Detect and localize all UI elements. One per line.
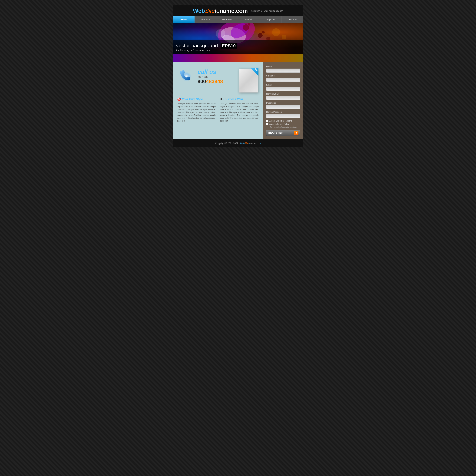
footer: Copyright © 2011-2022 WebSitetename.com <box>173 139 303 147</box>
phone-icon-area <box>177 67 196 86</box>
feature-col-1: 🎯 Your Own Style Place you text here pla… <box>177 97 217 122</box>
name-input[interactable] <box>266 68 300 73</box>
call-us-area: call us mon sat 800483948 <box>177 67 234 86</box>
accept-conditions-row: Accept General Conditions <box>266 120 300 122</box>
terms-text: Term and Conditions viewable here <box>266 126 300 128</box>
features-row: 🎯 Your Own Style Place you text here pla… <box>177 97 259 122</box>
nav-item-contacts[interactable]: Contacts <box>281 16 303 23</box>
retype-password-label: Retype Password: <box>266 111 300 113</box>
surname-label: Surname: <box>266 75 300 77</box>
name-label: Name: <box>266 66 300 68</box>
top-content: call us mon sat 800483948 NEW <box>177 67 259 94</box>
site-title: WebSitetename.com <box>193 8 248 14</box>
main-content: call us mon sat 800483948 NEW <box>173 62 303 139</box>
password-input[interactable] <box>266 105 300 109</box>
nav-item-home[interactable]: Home <box>173 16 195 23</box>
footer-copyright: Copyright © 2011-2022 <box>215 142 238 145</box>
navigation: Home About Us Members Portfolio Support … <box>173 16 303 23</box>
privacy-policy-checkbox[interactable] <box>266 123 269 125</box>
checkbox-area: Accept General Conditions Agree to Priva… <box>266 120 300 125</box>
nav-item-portfolio[interactable]: Portfolio <box>238 16 260 23</box>
phone-prefix: 800 <box>198 79 206 84</box>
svg-point-3 <box>258 33 263 38</box>
nav-item-support[interactable]: Support <box>260 16 281 23</box>
site-name-name: name <box>220 8 235 14</box>
call-us-label: call us <box>198 69 234 75</box>
privacy-policy-label: Agree to Privacy Policy <box>270 123 289 125</box>
svg-point-11 <box>282 34 286 39</box>
nav-item-members[interactable]: Members <box>216 16 238 23</box>
call-us-text: call us mon sat 800483948 <box>198 69 234 85</box>
site-name-web: Web <box>193 8 205 14</box>
svg-point-9 <box>216 29 225 38</box>
register-button-label: REGISTER <box>268 131 284 134</box>
privacy-policy-row: Agree to Privacy Policy <box>266 123 300 125</box>
svg-point-10 <box>272 28 280 36</box>
feature-text-2: Place you text here place your text here… <box>220 102 259 122</box>
phone-number: 800483948 <box>198 79 234 85</box>
product-block: NEW <box>237 67 259 94</box>
name-field: Name: <box>266 66 300 73</box>
site-name-dotcom: .com <box>235 8 248 14</box>
plane-icon: ✈ <box>220 97 222 101</box>
target-icon: 🎯 <box>177 97 181 101</box>
hero-banner: vector background EPS10 for Birthday or … <box>173 23 303 54</box>
svg-point-7 <box>248 23 250 26</box>
feature-col-2: ✈ Business Plan Place you text here plac… <box>220 97 259 122</box>
email-input[interactable] <box>266 87 300 91</box>
product-box: NEW <box>239 69 258 92</box>
registration-form-panel: Name: Surname: Email: Retype Email> Pass… <box>263 62 303 139</box>
email-label: Email: <box>266 84 300 86</box>
product-ribbon: NEW <box>251 68 258 76</box>
register-button[interactable]: REGISTER ➜ <box>266 130 300 136</box>
retype-email-label: Retype Email> <box>266 93 300 95</box>
svg-point-6 <box>243 24 249 31</box>
eps-badge: EPS10 <box>221 43 237 49</box>
call-us-block: call us mon sat 800483948 <box>177 67 234 91</box>
nav-item-about[interactable]: About Us <box>195 16 216 23</box>
content-left: call us mon sat 800483948 NEW <box>173 62 263 139</box>
site-name-te: te <box>215 8 220 14</box>
accept-conditions-label: Accept General Conditions <box>270 120 292 122</box>
surname-field: Surname: <box>266 75 300 82</box>
site-tagline: Solutions for your retail business <box>251 10 283 12</box>
register-arrow-icon: ➜ <box>294 131 298 135</box>
svg-point-5 <box>266 37 270 40</box>
phone-rest: 483948 <box>206 79 223 84</box>
hero-text-area: vector background EPS10 for Birthday or … <box>173 40 303 54</box>
email-field: Email: <box>266 84 300 91</box>
page-wrapper: WebSitetename.com Solutions for your ret… <box>173 5 303 147</box>
phone-icon <box>180 70 193 83</box>
retype-password-field: Retype Password: <box>266 111 300 118</box>
hero-title: vector background EPS10 <box>176 43 300 49</box>
accept-conditions-checkbox[interactable] <box>266 120 269 122</box>
retype-email-field: Retype Email> <box>266 93 300 100</box>
svg-point-4 <box>262 31 265 34</box>
schedule-text: mon sat <box>198 75 234 79</box>
retype-password-input[interactable] <box>266 114 300 118</box>
password-field: Password: <box>266 102 300 109</box>
hero-subtitle: for Birthday or Christmas party <box>176 49 300 52</box>
retype-email-input[interactable] <box>266 96 300 100</box>
feature-title-2: ✈ Business Plan <box>220 97 259 101</box>
header: WebSitetename.com Solutions for your ret… <box>173 5 303 16</box>
site-name-site: Site <box>205 8 215 14</box>
feature-text-1: Place you text here place your text here… <box>177 102 217 122</box>
feature-title-1: 🎯 Your Own Style <box>177 97 217 101</box>
password-label: Password: <box>266 102 300 104</box>
surname-input[interactable] <box>266 78 300 82</box>
second-banner <box>173 54 303 62</box>
footer-site-name: WebSitetename.com <box>240 142 261 145</box>
